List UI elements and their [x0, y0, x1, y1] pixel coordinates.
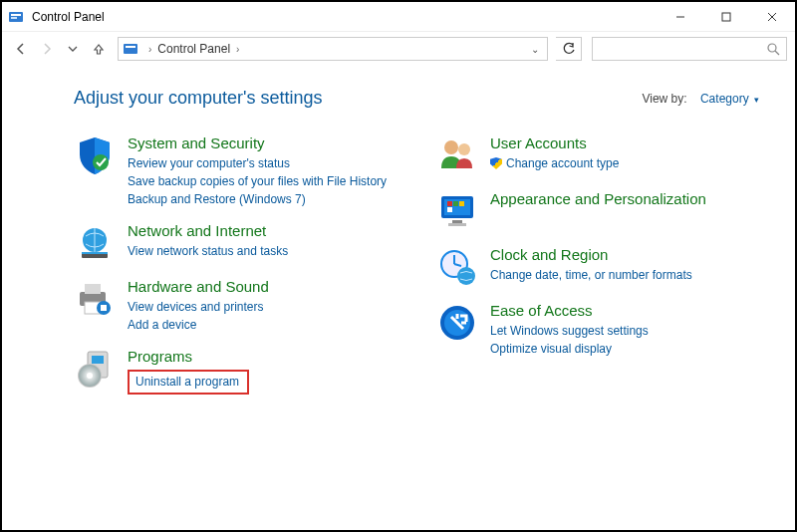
category-title[interactable]: Ease of Access	[490, 302, 759, 319]
category-title[interactable]: Clock and Region	[490, 246, 759, 263]
link-change-account-type[interactable]: Change account type	[490, 154, 759, 172]
titlebar: Control Panel	[2, 2, 795, 32]
link-backup-restore[interactable]: Backup and Restore (Windows 7)	[128, 190, 397, 208]
category-clock-region: Clock and Region Change date, time, or n…	[436, 246, 759, 288]
forward-button[interactable]	[36, 38, 58, 60]
recent-locations-button[interactable]	[62, 38, 84, 60]
printer-icon	[74, 278, 116, 320]
svg-rect-32	[447, 207, 452, 212]
maximize-button[interactable]	[703, 2, 749, 32]
category-title[interactable]: User Accounts	[490, 134, 759, 151]
svg-point-38	[457, 267, 475, 285]
link-suggest-settings[interactable]: Let Windows suggest settings	[490, 322, 759, 340]
category-column-right: User Accounts Change account type	[436, 134, 759, 408]
up-button[interactable]	[88, 38, 110, 60]
search-input[interactable]	[592, 37, 787, 61]
category-ease-of-access: Ease of Access Let Windows suggest setti…	[436, 302, 759, 358]
breadcrumb-item[interactable]: Control Panel	[155, 42, 232, 56]
svg-line-10	[775, 51, 779, 55]
svg-point-24	[87, 373, 93, 379]
chevron-right-icon: ›	[144, 44, 155, 55]
link-view-devices[interactable]: View devices and printers	[128, 298, 397, 316]
search-icon	[767, 43, 780, 56]
svg-rect-1	[11, 14, 21, 16]
close-button[interactable]	[749, 2, 795, 32]
category-title[interactable]: System and Security	[128, 134, 397, 151]
svg-rect-21	[92, 356, 104, 364]
svg-rect-31	[459, 201, 464, 206]
category-title[interactable]: Appearance and Personalization	[490, 190, 759, 207]
svg-rect-34	[448, 223, 466, 226]
window-title: Control Panel	[32, 10, 105, 24]
refresh-button[interactable]	[556, 37, 582, 61]
svg-rect-33	[452, 220, 462, 223]
category-column-left: System and Security Review your computer…	[74, 134, 397, 408]
ease-of-access-icon	[436, 302, 478, 344]
category-title[interactable]: Programs	[128, 348, 397, 365]
category-network: Network and Internet View network status…	[74, 222, 397, 264]
address-icon	[123, 41, 138, 57]
people-icon	[436, 134, 478, 176]
category-programs: Programs Uninstall a program	[74, 348, 397, 395]
link-optimize-display[interactable]: Optimize visual display	[490, 340, 759, 358]
link-add-device[interactable]: Add a device	[128, 316, 397, 334]
svg-rect-8	[126, 46, 135, 48]
svg-point-25	[444, 140, 458, 154]
disc-box-icon	[74, 348, 116, 390]
chevron-right-icon: ›	[232, 44, 243, 55]
address-bar[interactable]: › Control Panel › ⌄	[118, 37, 548, 61]
svg-rect-14	[82, 252, 108, 254]
link-network-status[interactable]: View network status and tasks	[128, 242, 397, 260]
svg-rect-2	[11, 17, 17, 19]
shield-icon	[74, 134, 116, 176]
monitor-icon	[436, 190, 478, 232]
category-hardware: Hardware and Sound View devices and prin…	[74, 278, 397, 334]
svg-point-11	[93, 154, 109, 170]
svg-rect-30	[453, 201, 458, 206]
svg-point-26	[458, 143, 470, 155]
view-by-value: Category	[700, 92, 749, 106]
category-system-security: System and Security Review your computer…	[74, 134, 397, 208]
globe-network-icon	[74, 222, 116, 264]
minimize-button[interactable]	[658, 2, 703, 32]
clock-globe-icon	[436, 246, 478, 288]
page-heading: Adjust your computer's settings	[74, 88, 323, 109]
link-change-date-time[interactable]: Change date, time, or number formats	[490, 266, 759, 284]
svg-point-9	[768, 44, 776, 52]
svg-rect-19	[101, 305, 107, 311]
svg-rect-7	[124, 44, 137, 54]
link-uninstall-program[interactable]: Uninstall a program	[135, 375, 239, 389]
svg-rect-16	[85, 284, 101, 294]
svg-rect-29	[447, 201, 452, 206]
view-by-control[interactable]: View by: Category ▾	[642, 92, 759, 106]
content-area: Adjust your computer's settings View by:…	[2, 66, 795, 418]
back-button[interactable]	[10, 38, 32, 60]
category-title[interactable]: Hardware and Sound	[128, 278, 397, 295]
svg-rect-4	[722, 13, 730, 21]
address-dropdown-icon[interactable]: ⌄	[527, 44, 543, 55]
link-review-status[interactable]: Review your computer's status	[128, 154, 397, 172]
control-panel-icon	[8, 9, 24, 25]
view-by-label: View by:	[642, 92, 686, 106]
chevron-down-icon: ▾	[754, 95, 759, 105]
navbar: › Control Panel › ⌄	[2, 32, 795, 66]
highlight-box: Uninstall a program	[128, 370, 249, 395]
category-appearance: Appearance and Personalization	[436, 190, 759, 232]
category-title[interactable]: Network and Internet	[128, 222, 397, 239]
link-file-history[interactable]: Save backup copies of your files with Fi…	[128, 172, 397, 190]
category-user-accounts: User Accounts Change account type	[436, 134, 759, 176]
